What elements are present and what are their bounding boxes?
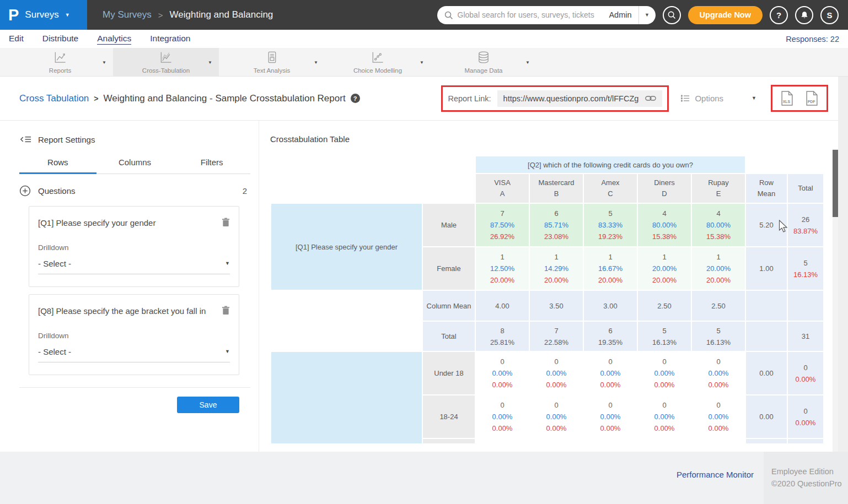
breadcrumb-separator: >	[94, 94, 98, 103]
copyright-label: ©2020 QuestionPro	[771, 478, 848, 490]
xtab-data-cell	[476, 439, 529, 443]
upgrade-now-button[interactable]: Upgrade Now	[688, 6, 763, 24]
xtab-row-mean-cell	[746, 291, 787, 321]
help-button[interactable]: ?	[770, 6, 788, 24]
account-avatar[interactable]: S	[820, 6, 839, 24]
xtab-data-cell: 00.00%0.00%	[692, 395, 745, 438]
chevron-down-icon: ▼	[645, 13, 650, 18]
xtab-data-cell: 116.67%20.00%	[584, 247, 637, 290]
xtab-row-mean-cell: 1.00	[746, 247, 787, 290]
xtab-row-label: Under 18	[423, 352, 475, 394]
toolbar-item-text-analysis[interactable]: Text Analysis ▼	[219, 48, 325, 76]
collapse-panel-icon	[19, 134, 32, 144]
nav-item-integration[interactable]: Integration	[150, 34, 190, 45]
help-icon[interactable]: ?	[351, 94, 360, 103]
xtab-spacer	[746, 156, 823, 173]
tab-rows[interactable]: Rows	[19, 158, 96, 174]
global-search[interactable]: Admin ▼	[437, 6, 656, 24]
col-header-row-mean: Row Mean	[746, 174, 787, 203]
report-link-highlight-box: Report Link: https://www.questionpro.com…	[441, 85, 669, 112]
toolbar-label: Cross-Tabulation	[142, 67, 190, 74]
xtab-data-cell: 00.00%0.00%	[584, 352, 637, 394]
choice-modelling-icon	[370, 50, 385, 65]
breadcrumb: My Surveys > Weighting and Balancing	[103, 9, 273, 20]
database-icon	[476, 50, 491, 65]
settings-tabs: Rows Columns Filters	[19, 158, 250, 174]
notifications-button[interactable]	[795, 6, 813, 24]
report-link-field[interactable]: https://www.questionpro.com/t/lFFCZg	[497, 90, 663, 107]
toolbar-label: Reports	[49, 67, 71, 74]
delete-question-button[interactable]	[216, 306, 230, 317]
cross-tabulation-link[interactable]: Cross Tabulation	[19, 93, 89, 104]
tab-filters[interactable]: Filters	[173, 158, 250, 174]
questions-label: Questions	[38, 186, 76, 196]
chevron-down-icon[interactable]: ▼	[314, 59, 318, 64]
app-logo-menu[interactable]: P Surveys ▼	[0, 0, 87, 30]
nav-item-edit[interactable]: Edit	[9, 34, 24, 45]
vertical-scrollbar[interactable]	[833, 149, 838, 452]
xtab-spacer	[271, 156, 475, 173]
xtab-data-cell: 3.50	[530, 291, 583, 321]
chevron-down-icon[interactable]: ▼	[525, 59, 530, 64]
xtab-total-cell	[788, 291, 823, 321]
survey-nav: Edit Distribute Analytics Integration Re…	[0, 30, 848, 48]
global-search-input[interactable]	[453, 10, 603, 19]
topbar-actions: Admin ▼ Upgrade Now ? S	[437, 6, 848, 24]
chevron-down-icon[interactable]: ▼	[420, 59, 424, 64]
search-scope-value[interactable]: Admin	[602, 10, 638, 19]
delete-question-button[interactable]	[216, 218, 230, 229]
search-button[interactable]	[663, 6, 681, 24]
chevron-down-icon[interactable]: ▼	[102, 59, 106, 64]
xtab-data-cell: 00.00%0.00%	[638, 395, 691, 438]
report-title: Weighting and Balancing - Sample Crossta…	[104, 93, 346, 104]
export-pdf-button[interactable]: PDF	[806, 91, 818, 106]
export-xls-button[interactable]: XLS	[781, 91, 793, 106]
xtab-header-row: VISAA MastercardB AmexC DinersD RupayE R…	[271, 174, 823, 203]
toolbar-item-cross-tabulation[interactable]: Cross-Tabulation ▼	[113, 48, 219, 76]
tab-columns[interactable]: Columns	[96, 158, 174, 174]
drilldown-select[interactable]: - Select - ▼	[38, 347, 230, 362]
table-title: Crosstabulation Table	[270, 134, 848, 144]
report-link-url[interactable]: https://www.questionpro.com/t/lFFCZg	[503, 94, 639, 103]
chevron-down-icon[interactable]: ▼	[208, 59, 212, 64]
xtab-data-cell: 619.35%	[584, 322, 637, 351]
trash-icon	[222, 218, 230, 227]
xtab-row-mean-cell: 0.00	[746, 395, 787, 438]
search-scope-dropdown[interactable]: ▼	[639, 6, 656, 24]
save-button[interactable]: Save	[177, 397, 239, 413]
chevron-down-icon: ▼	[225, 349, 230, 354]
xtab-row-label: Female	[423, 247, 475, 290]
xtab-row-mean-cell: 5.20	[746, 204, 787, 246]
xtab-data-cell: 2.50	[692, 291, 745, 321]
toolbar-item-manage-data[interactable]: Manage Data ▼	[431, 48, 536, 76]
svg-text:PDF: PDF	[808, 100, 815, 104]
nav-item-distribute[interactable]: Distribute	[42, 34, 78, 45]
toolbar-item-reports[interactable]: Reports ▼	[7, 48, 113, 76]
xtab-data-cell	[584, 439, 637, 443]
toolbar-item-choice-modelling[interactable]: Choice Modelling ▼	[325, 48, 431, 76]
xtab-row-label: 18-24	[423, 395, 475, 438]
question-card-q1: [Q1] Please specify your gender Drilldow…	[29, 206, 239, 287]
drilldown-label: Drilldown	[38, 243, 230, 252]
performance-monitor-link[interactable]: Performance Monitor	[677, 470, 754, 479]
xtab-data-cell: 480.00%15.38%	[692, 204, 745, 246]
xtab-data-cell: 00.00%0.00%	[530, 395, 583, 438]
xtab-data-cell: 787.50%26.92%	[476, 204, 529, 246]
col-header-total: Total	[788, 174, 823, 203]
report-settings-header[interactable]: Report Settings	[19, 134, 250, 144]
cross-tab-chart-icon	[158, 50, 174, 65]
xtab-data-cell: 00.00%0.00%	[476, 352, 529, 394]
trash-icon	[222, 306, 230, 315]
scrollbar-thumb[interactable]	[833, 150, 838, 217]
xtab-spacer	[271, 291, 422, 321]
xtab-total-cell: 00.00%	[788, 395, 823, 438]
col-header-mastercard: MastercardB	[530, 174, 583, 203]
drilldown-select[interactable]: - Select - ▼	[38, 259, 230, 274]
add-question-icon[interactable]	[19, 185, 31, 197]
report-header: Cross Tabulation > Weighting and Balanci…	[0, 77, 848, 121]
content-area: Cross Tabulation > Weighting and Balanci…	[0, 77, 848, 452]
breadcrumb-my-surveys[interactable]: My Surveys	[103, 9, 152, 20]
nav-item-analytics[interactable]: Analytics	[97, 34, 131, 45]
link-icon[interactable]	[645, 95, 656, 101]
options-dropdown[interactable]: Options ▼	[681, 94, 756, 103]
